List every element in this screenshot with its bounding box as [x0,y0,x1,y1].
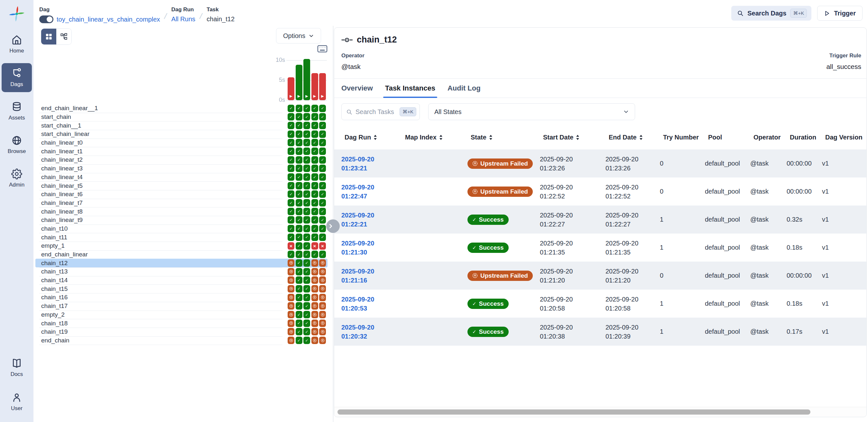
task-instance-square[interactable]: ✓ [303,199,310,206]
dag-run-bar[interactable]: ▶ [303,59,310,100]
task-instance-square[interactable]: ✓ [303,233,310,241]
task-instance-square[interactable]: ✓ [303,328,310,335]
task-row[interactable]: chain_t14✓✓ [35,276,328,285]
task-instance-square[interactable]: ✓ [311,208,318,215]
task-row[interactable]: empty_1×✓✓×× [35,242,328,250]
task-instance-square[interactable] [311,337,318,344]
task-instance-square[interactable]: ✓ [288,122,294,129]
task-instance-square[interactable]: ✓ [303,131,310,138]
task-instance-square[interactable] [319,276,326,284]
task-instance-square[interactable]: ✓ [296,190,302,198]
task-instance-square[interactable]: ✓ [319,208,326,215]
task-instance-square[interactable]: ✓ [296,113,302,120]
task-row[interactable]: chain_linear_t4✓✓✓✓✓ [35,173,328,182]
tab-overview[interactable]: Overview [341,79,373,97]
task-instance-square[interactable]: ✓ [303,285,310,292]
task-row[interactable]: chain_linear_t9✓✓✓✓✓ [35,216,328,225]
sort-icon[interactable] [639,135,643,140]
task-instance-square[interactable]: ✓ [311,173,318,181]
task-instance-square[interactable]: ✓ [319,182,326,190]
task-instance-square[interactable] [288,294,294,301]
dag-run-link[interactable]: 2025-09-2001:20:53 [341,295,402,313]
task-instance-square[interactable]: ✓ [319,251,326,258]
task-instance-square[interactable]: ✓ [311,113,318,120]
task-instance-square[interactable] [319,319,326,327]
task-instance-square[interactable]: ✓ [319,190,326,198]
task-instance-square[interactable] [319,311,326,318]
task-instance-square[interactable]: ✓ [296,208,302,215]
task-row[interactable]: start_chain__1✓✓✓✓✓ [35,121,328,130]
task-instance-square[interactable]: ✓ [311,251,318,258]
dag-name-link[interactable]: toy_chain_linear_vs_chain_complex [57,16,160,23]
task-row[interactable]: chain_t13✓✓ [35,268,328,276]
column-header-start-date[interactable]: Start Date [543,134,609,141]
task-instance-square[interactable]: × [319,242,326,250]
task-instance-square[interactable]: ✓ [311,156,318,164]
task-instance-square[interactable]: ✓ [296,233,302,241]
task-instance-square[interactable]: ✓ [288,251,294,258]
task-instance-square[interactable]: ✓ [319,131,326,138]
task-instance-square[interactable] [319,285,326,292]
task-row[interactable]: chain_t12✓✓ [35,259,328,268]
dag-run-bar[interactable]: ▶ [319,73,326,100]
task-instance-square[interactable]: ✓ [288,173,294,181]
task-row[interactable]: end_chain✓✓ [35,336,328,345]
task-instance-square[interactable]: × [288,242,294,250]
column-header-end-date[interactable]: End Date [609,134,663,141]
task-instance-square[interactable]: ✓ [296,165,302,172]
task-instance-square[interactable]: ✓ [311,122,318,129]
task-instance-square[interactable]: ✓ [288,105,294,112]
task-instance-square[interactable]: ✓ [288,190,294,198]
task-instance-square[interactable]: ✓ [311,182,318,190]
task-instance-square[interactable]: ✓ [296,251,302,258]
task-row[interactable]: end_chain_linear__1✓✓✓✓✓ [35,104,328,113]
task-row[interactable]: start_chain_linear✓✓✓✓✓ [35,130,328,139]
task-instance-square[interactable]: ✓ [303,173,310,181]
task-instance-square[interactable]: ✓ [303,190,310,198]
trigger-button[interactable]: Trigger [817,6,863,21]
task-instance-square[interactable]: ✓ [311,216,318,224]
task-instance-square[interactable]: ✓ [319,225,326,232]
horizontal-scrollbar-track[interactable] [334,407,866,417]
task-instance-square[interactable]: ✓ [303,302,310,310]
task-instance-square[interactable]: ✓ [319,105,326,112]
task-instance-square[interactable] [288,276,294,284]
task-instance-square[interactable]: ✓ [296,147,302,155]
dag-run-link[interactable]: 2025-09-2001:22:21 [341,211,402,229]
task-instance-square[interactable]: ✓ [303,337,310,344]
task-instance-square[interactable]: ✓ [311,131,318,138]
task-instance-square[interactable] [311,302,318,310]
task-instance-square[interactable] [288,302,294,310]
task-instance-square[interactable] [311,276,318,284]
task-instance-square[interactable]: ✓ [288,208,294,215]
dag-run-bar[interactable]: ▶ [288,77,294,100]
task-row[interactable]: chain_t15✓✓ [35,284,328,293]
task-row[interactable]: chain_linear_t0✓✓✓✓✓ [35,139,328,147]
search-tasks-input[interactable] [355,108,396,116]
dag-pause-toggle[interactable] [39,16,53,23]
task-instance-square[interactable]: ✓ [303,147,310,155]
task-instance-square[interactable]: ✓ [296,139,302,146]
task-instance-square[interactable]: ✓ [303,251,310,258]
task-instance-square[interactable] [288,337,294,344]
task-instance-square[interactable]: ✓ [319,233,326,241]
task-instance-square[interactable] [319,294,326,301]
task-instance-square[interactable]: ✓ [311,105,318,112]
sort-icon[interactable] [576,135,580,140]
task-instance-square[interactable]: ✓ [288,113,294,120]
task-instance-square[interactable] [319,302,326,310]
panel-collapse-handle[interactable] [326,219,340,233]
dag-run-bar[interactable]: ▶ [311,73,318,100]
task-row[interactable]: chain_linear_t7✓✓✓✓✓ [35,199,328,207]
task-instance-square[interactable] [311,268,318,275]
task-instance-square[interactable]: ✓ [288,225,294,232]
task-row[interactable]: chain_t16✓✓ [35,293,328,302]
task-row[interactable]: chain_linear_t2✓✓✓✓✓ [35,156,328,164]
sidebar-item-home[interactable]: Home [2,30,32,59]
task-instance-square[interactable] [311,259,318,267]
task-instance-square[interactable] [288,259,294,267]
task-instance-square[interactable]: ✓ [319,147,326,155]
task-instance-square[interactable]: ✓ [303,242,310,250]
task-instance-square[interactable] [288,285,294,292]
dag-run-link[interactable]: 2025-09-2001:22:47 [341,182,402,201]
